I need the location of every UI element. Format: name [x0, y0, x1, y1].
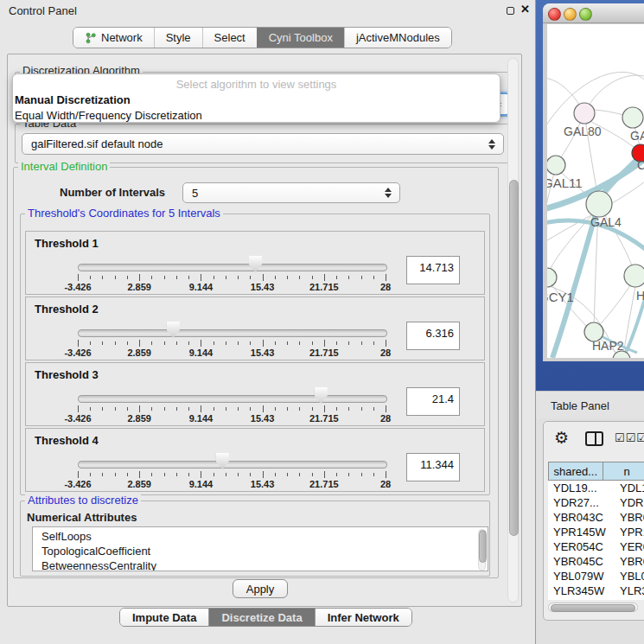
tick-mark — [151, 341, 152, 345]
threshold-2-label: Threshold 2 — [35, 303, 99, 316]
tick-mark — [188, 341, 189, 345]
tick-mark — [115, 407, 116, 411]
number-of-intervals-label: Number of Intervals — [60, 186, 165, 199]
scale-label: -3.426 — [64, 413, 91, 424]
tick-mark — [102, 341, 103, 345]
threshold-3-slider-track[interactable] — [78, 395, 387, 403]
gear-icon[interactable]: ⚙ — [554, 430, 569, 446]
table-row[interactable]: YDR27...YDR2 — [548, 495, 644, 510]
tick-mark — [348, 473, 349, 476]
threshold-1-value-field[interactable]: 14.713 — [406, 256, 460, 284]
node-gal80[interactable] — [574, 103, 595, 124]
node-h[interactable] — [624, 265, 644, 287]
tick-mark — [312, 407, 313, 411]
threshold-2-slider-track[interactable] — [78, 329, 387, 337]
tick-mark — [127, 341, 128, 345]
network-window-titlebar[interactable] — [543, 3, 644, 23]
bottom-tabs: Impute DataDiscretize DataInfer Network — [119, 608, 412, 627]
scale-label: 15.43 — [251, 348, 275, 358]
cell-shared-name: YLR345W — [548, 584, 613, 597]
threshold-3-value-field[interactable]: 21.4 — [406, 387, 460, 416]
tick-mark — [336, 341, 337, 345]
tick-mark — [127, 473, 128, 476]
tick-mark — [214, 341, 214, 345]
tab-style[interactable]: Style — [154, 28, 202, 48]
column-header-name[interactable]: n — [603, 462, 644, 481]
node-gal11[interactable] — [547, 156, 565, 175]
table-row[interactable]: YIL052CYIL0 — [548, 598, 644, 600]
tick-mark — [164, 473, 165, 476]
cell-name: YER0 — [613, 540, 644, 553]
scale-label: 15.43 — [251, 479, 275, 489]
tick-mark — [226, 341, 226, 345]
interval-definition-title: Interval Definition — [18, 161, 110, 173]
list-item-selfloops[interactable]: SelfLoops — [33, 529, 488, 544]
close-icon[interactable]: ✕ — [520, 3, 530, 16]
dropdown-option-equal-width[interactable]: Equal Width/Frequency Discretization — [13, 108, 500, 123]
table-row[interactable]: YLR345WYLR3 — [548, 583, 644, 598]
apply-button[interactable]: Apply — [233, 579, 288, 598]
column-header-shared-name[interactable]: shared... — [548, 462, 603, 481]
node-gcy1[interactable] — [547, 268, 557, 287]
scale-label: 15.43 — [251, 282, 275, 292]
tick-mark — [275, 473, 276, 476]
tick-mark — [299, 276, 300, 279]
table-row[interactable]: YER054CYER0 — [548, 539, 644, 554]
label-gal11: GAL11 — [547, 175, 583, 190]
threshold-4-value-field[interactable]: 11.344 — [406, 453, 460, 481]
network-canvas[interactable]: GAL80 GA C GAL11 GAL4 GCY1 H HAP2 — [547, 24, 644, 358]
tab-cyni-toolbox[interactable]: Cyni Toolbox — [257, 28, 344, 48]
table-row[interactable]: YBR045CYBR0 — [548, 554, 644, 569]
tab-select[interactable]: Select — [202, 28, 257, 48]
tick-mark — [115, 341, 116, 345]
table-row[interactable]: YBR043CYBR0 — [548, 510, 644, 525]
float-window-icon[interactable] — [507, 7, 514, 15]
table-data-combo[interactable]: galFiltered.sif default node — [22, 133, 504, 155]
tick-mark — [214, 407, 214, 411]
bottom-tab-impute-data[interactable]: Impute Data — [120, 609, 208, 626]
number-of-intervals-combo[interactable]: 5 — [182, 182, 400, 203]
list-item-betweennesscentrality[interactable]: BetweennessCentrality — [33, 558, 488, 571]
checkbox-icons[interactable]: ☑☑☑ — [615, 431, 644, 444]
threshold-2-value-field[interactable]: 6.316 — [406, 322, 460, 350]
scale-label: 21.715 — [309, 348, 339, 358]
scale-label: 9.144 — [189, 479, 214, 489]
bottom-tab-discretize-data[interactable]: Discretize Data — [208, 609, 314, 626]
list-item-topologicalcoefficient[interactable]: TopologicalCoefficient — [33, 544, 488, 558]
thresholds-group-title: Threshold's Coordinates for 5 Intervals — [25, 207, 223, 220]
tab-network[interactable]: Network — [73, 28, 154, 48]
cell-shared-name: YIL052C — [548, 599, 613, 600]
tick-mark — [299, 473, 300, 476]
scale-label: 28 — [380, 413, 391, 424]
threshold-1-slider-track[interactable] — [78, 264, 387, 271]
tick-mark — [324, 471, 325, 478]
number-of-intervals-value: 5 — [192, 187, 198, 200]
close-traffic-light-icon[interactable] — [548, 8, 561, 21]
label-gal4: GAL4 — [590, 215, 622, 229]
attributes-list-scrollbar[interactable] — [478, 529, 486, 571]
dropdown-option-manual-discretization[interactable]: Manual Discretization — [13, 92, 500, 108]
table-row[interactable]: YBL079WYBL0 — [548, 569, 644, 583]
scale-label: -3.426 — [64, 348, 91, 358]
tick-mark — [263, 340, 264, 347]
node-top-right[interactable] — [622, 107, 643, 128]
numerical-attributes-list[interactable]: SelfLoopsTopologicalCoefficientBetweenne… — [32, 526, 488, 571]
cell-name: YBL0 — [613, 570, 644, 583]
content-scrollbar[interactable] — [507, 58, 519, 603]
table-h-scrollbar[interactable] — [548, 603, 638, 612]
tab-jactivemnodules[interactable]: jActiveMNodules — [344, 28, 451, 48]
tick-mark — [348, 276, 349, 279]
cell-name: YIL0 — [613, 599, 644, 600]
numerical-attributes-label: Numerical Attributes — [27, 511, 137, 524]
minimize-traffic-light-icon[interactable] — [564, 8, 577, 21]
table-row[interactable]: YPR145WYPR1 — [548, 525, 644, 539]
node-gal4[interactable] — [586, 191, 612, 217]
scale-label: -3.426 — [64, 282, 91, 292]
table-row[interactable]: YDL19...YDL1 — [548, 481, 644, 495]
split-columns-icon[interactable] — [585, 431, 603, 446]
tick-mark — [324, 340, 325, 347]
threshold-4-slider-track[interactable] — [78, 461, 387, 469]
zoom-traffic-light-icon[interactable] — [579, 8, 592, 21]
tick-mark — [250, 276, 251, 279]
bottom-tab-infer-network[interactable]: Infer Network — [315, 609, 411, 626]
